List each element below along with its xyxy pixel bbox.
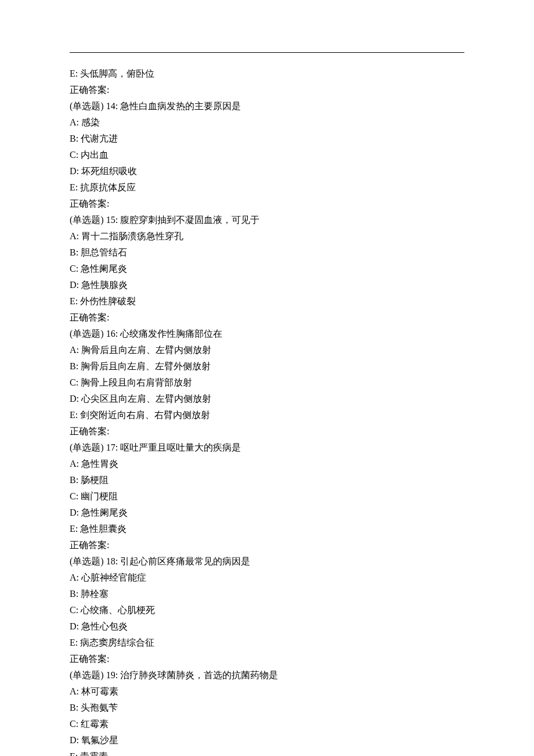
text-line: C: 内出血 — [70, 147, 464, 163]
text-line: A: 林可霉素 — [70, 683, 464, 700]
text-line: (单选题) 18: 引起心前区疼痛最常见的病因是 — [70, 553, 464, 570]
text-line: E: 头低脚高，俯卧位 — [70, 66, 464, 82]
text-line: C: 急性阑尾炎 — [70, 261, 464, 277]
text-line: (单选题) 14: 急性白血病发热的主要原因是 — [70, 98, 464, 114]
text-line: B: 胸骨后且向左肩、左臂外侧放射 — [70, 358, 464, 375]
text-line: E: 外伤性脾破裂 — [70, 293, 464, 309]
text-line: B: 头孢氨苄 — [70, 700, 464, 716]
text-line: (单选题) 16: 心绞痛发作性胸痛部位在 — [70, 326, 464, 342]
text-line: D: 急性阑尾炎 — [70, 505, 464, 521]
text-line: E: 病态窦房结综合征 — [70, 635, 464, 651]
text-line: 正确答案: — [70, 423, 464, 440]
text-line: (单选题) 15: 腹腔穿刺抽到不凝固血液，可见于 — [70, 212, 464, 228]
text-line: D: 心尖区且向左肩、左臂内侧放射 — [70, 391, 464, 407]
text-line: E: 急性胆囊炎 — [70, 521, 464, 537]
text-line: 正确答案: — [70, 651, 464, 667]
text-line: D: 急性心包炎 — [70, 618, 464, 635]
text-line: D: 急性胰腺炎 — [70, 277, 464, 293]
text-line: A: 急性胃炎 — [70, 456, 464, 472]
text-line: A: 心脏神经官能症 — [70, 570, 464, 586]
text-line: (单选题) 17: 呕吐严重且呕吐量大的疾病是 — [70, 440, 464, 456]
top-rule — [70, 52, 464, 53]
text-line: E: 抗原抗体反应 — [70, 179, 464, 196]
text-line: A: 胸骨后且向左肩、左臂内侧放射 — [70, 342, 464, 358]
text-line: B: 胆总管结石 — [70, 244, 464, 261]
text-line: D: 坏死组织吸收 — [70, 163, 464, 179]
text-line: E: 剑突附近向右肩、右臂内侧放射 — [70, 407, 464, 423]
text-line: C: 红霉素 — [70, 716, 464, 732]
text-line: 正确答案: — [70, 309, 464, 326]
text-line: (单选题) 19: 治疗肺炎球菌肺炎，首选的抗菌药物是 — [70, 667, 464, 683]
text-line: 正确答案: — [70, 82, 464, 98]
text-line: C: 幽门梗阻 — [70, 488, 464, 505]
text-line: A: 感染 — [70, 114, 464, 131]
text-line: E: 青霉素 — [70, 748, 464, 756]
text-line: 正确答案: — [70, 196, 464, 212]
text-line: 正确答案: — [70, 537, 464, 553]
text-line: B: 肺栓塞 — [70, 586, 464, 602]
document-page: E: 头低脚高，俯卧位 正确答案: (单选题) 14: 急性白血病发热的主要原因… — [0, 0, 534, 756]
text-line: B: 代谢亢进 — [70, 131, 464, 147]
text-line: C: 胸骨上段且向右肩背部放射 — [70, 375, 464, 391]
text-line: A: 胃十二指肠溃疡急性穿孔 — [70, 228, 464, 244]
text-line: C: 心绞痛、心肌梗死 — [70, 602, 464, 618]
text-line: D: 氧氟沙星 — [70, 732, 464, 748]
text-line: B: 肠梗阻 — [70, 472, 464, 488]
